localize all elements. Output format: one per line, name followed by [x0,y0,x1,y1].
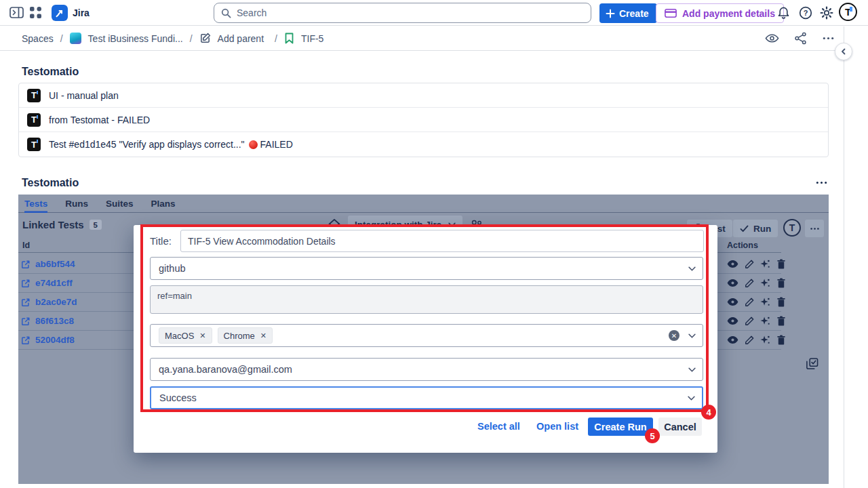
page: Jira Search Create Add payment details ?… [0,0,868,488]
row-actions [727,316,786,326]
search-input[interactable]: Search [214,3,591,23]
run-button[interactable]: Run [733,220,778,237]
breadcrumb: Spaces / Test iBusiness Fundi... / Add p… [22,33,323,44]
delete-trash-icon[interactable] [776,297,786,307]
section-more-options-icon[interactable] [815,176,828,189]
search-icon [221,8,231,18]
top-navigation-bar: Jira Search Create Add payment details ?… [0,0,868,26]
edit-pencil-icon[interactable] [745,279,754,288]
status-select[interactable]: Success [150,386,703,409]
view-eye-icon[interactable] [727,279,738,287]
breadcrumb-space-name[interactable]: Test iBusiness Fundi... [88,33,183,44]
ai-sparkles-icon[interactable] [760,316,770,326]
ai-sparkles-icon[interactable] [760,259,770,269]
linked-tests-heading: Linked Tests 5 [22,219,102,230]
breadcrumb-spaces[interactable]: Spaces [22,33,54,44]
row-actions [727,278,786,288]
add-payment-details-button[interactable]: Add payment details [656,3,784,23]
search-placeholder: Search [237,7,267,18]
test-id-link[interactable]: ab6bf544 [21,259,75,269]
edit-icon [199,33,211,44]
collapse-sidebar-button[interactable] [835,43,852,60]
help-icon[interactable]: ? [799,6,812,20]
test-id-link[interactable]: 52004df8 [21,335,75,345]
open-list-link[interactable]: Open list [536,421,578,432]
credit-card-icon [665,8,677,18]
env-tag-chrome: Chrome✕ [218,327,273,344]
panel-tabs: Tests Runs Suites Plans [18,195,829,213]
breadcrumb-issue-key[interactable]: TIF-5 [301,33,323,44]
edit-pencil-icon[interactable] [745,317,754,326]
environment-multiselect[interactable]: MacOS✕ Chrome✕ ✕ [150,324,703,347]
delete-trash-icon[interactable] [776,335,786,345]
select-copy-check-icon[interactable] [806,357,818,370]
clear-all-icon[interactable]: ✕ [669,330,679,341]
failed-status-icon [249,140,258,149]
row-actions [727,335,786,345]
run-params-textarea[interactable]: ref=main [150,285,703,314]
testomatio-icon: T [27,138,41,151]
tab-tests[interactable]: Tests [24,195,47,213]
ci-provider-select[interactable]: github [150,257,703,280]
view-eye-icon[interactable] [727,336,738,344]
view-eye-icon[interactable] [727,298,738,306]
list-item[interactable]: T Test #ed1d1e45 "Verify app displays co… [19,132,828,157]
settings-gear-icon[interactable] [820,6,833,20]
tab-suites[interactable]: Suites [106,195,134,213]
user-avatar[interactable]: T [839,3,857,21]
space-icon [70,33,81,44]
delete-trash-icon[interactable] [776,259,786,269]
view-eye-icon[interactable] [727,260,738,268]
edit-pencil-icon[interactable] [745,260,754,269]
remove-tag-icon[interactable]: ✕ [199,331,205,340]
column-header-id: Id [22,241,30,250]
jira-logo[interactable] [52,5,68,21]
section-title-testomatio-1: Testomatio [22,66,79,78]
ai-sparkles-icon[interactable] [760,335,770,345]
notifications-bell-icon[interactable] [777,6,790,20]
row-actions [727,259,786,269]
page-actions [765,32,835,45]
more-options-icon[interactable] [822,32,835,45]
tab-plans[interactable]: Plans [151,195,176,213]
create-button[interactable]: Create [599,3,657,23]
svg-text:?: ? [804,9,808,17]
list-item[interactable]: T UI - manual plan [19,83,828,108]
test-id-link[interactable]: b2ac0e7d [21,297,77,307]
cancel-button[interactable]: Cancel [658,418,702,436]
tab-runs[interactable]: Runs [65,195,88,213]
sidebar-toggle-icon[interactable] [9,7,24,18]
chevron-down-icon [688,333,696,338]
app-switcher-icon[interactable] [30,7,41,18]
edit-pencil-icon[interactable] [745,298,754,307]
delete-trash-icon[interactable] [776,278,786,288]
app-name: Jira [73,7,90,18]
testomatio-logo-button[interactable]: T [783,219,801,237]
watch-eye-icon[interactable] [765,32,779,45]
chevron-down-icon [688,367,696,372]
test-id-link[interactable]: 86f613c8 [21,316,74,326]
annotation-badge-5: 5 [645,428,660,443]
test-id-link[interactable]: e74d1cff [21,278,73,288]
share-icon[interactable] [794,32,807,45]
breadcrumb-add-parent[interactable]: Add parent [218,33,264,44]
ai-sparkles-icon[interactable] [760,297,770,307]
run-title-input[interactable] [180,230,704,252]
remove-tag-icon[interactable]: ✕ [260,331,267,340]
section-title-testomatio-2: Testomatio [22,177,79,189]
panel-more-options-icon[interactable] [805,220,824,237]
chevron-down-icon [688,266,696,271]
create-run-button[interactable]: Create Run [588,418,653,436]
linked-tests-count-badge: 5 [90,220,102,230]
delete-trash-icon[interactable] [776,316,786,326]
ai-sparkles-icon[interactable] [760,278,770,288]
view-eye-icon[interactable] [727,317,738,325]
check-icon [740,225,749,232]
select-all-link[interactable]: Select all [477,421,520,432]
list-item[interactable]: T from Testomat - FAILED [19,108,828,132]
annotation-badge-4: 4 [701,405,716,420]
title-label: Title: [150,235,172,247]
assignee-select[interactable]: qa.yana.baranova@gmail.com [150,358,703,381]
edit-pencil-icon[interactable] [745,336,754,345]
testomatio-icon: T [27,89,41,102]
